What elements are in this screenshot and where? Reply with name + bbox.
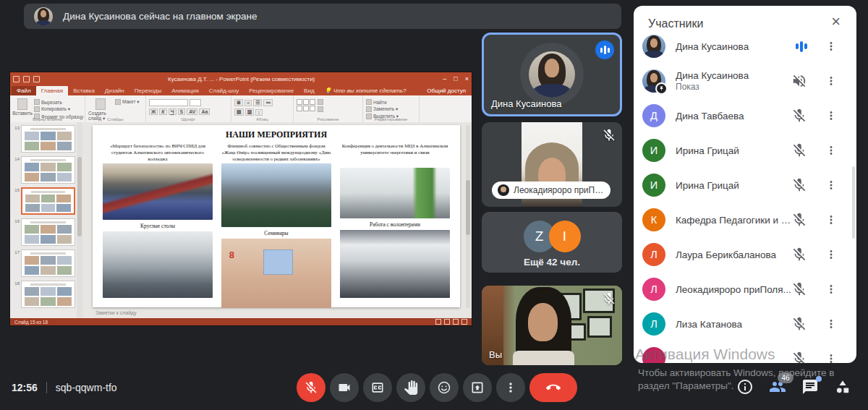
- slide-thumbnail[interactable]: 13: [13, 125, 75, 153]
- thumbnail-number: 18: [13, 281, 20, 286]
- ppt-cut-button[interactable]: Вырезать: [34, 99, 83, 105]
- ppt-layout-button[interactable]: Макет ▾: [115, 99, 139, 105]
- participants-panel: Участники × Дина КусаиноваДина Кусаинова…: [634, 6, 856, 363]
- thumbnail-card[interactable]: [21, 125, 75, 153]
- ppt-tab-Вставка[interactable]: Вставка: [68, 86, 100, 95]
- ppt-window-title: Кусаинова Д.Т. ... - PowerPoint (Режим с…: [46, 76, 437, 82]
- participant-menu-button[interactable]: [825, 179, 838, 192]
- meet-bottom-bar: 12:56 sqb-qqwm-tfo 46: [0, 365, 868, 410]
- reactions-button[interactable]: [430, 373, 459, 402]
- tile-active-speaker[interactable]: Дина Кусаинова: [482, 33, 622, 116]
- participant-row[interactable]: Дина Кусаинова: [634, 29, 856, 64]
- thumbnail-card[interactable]: [21, 187, 75, 215]
- slide-thumbnail[interactable]: 17: [13, 249, 75, 277]
- participant-row[interactable]: [634, 341, 856, 363]
- ppt-copy-button[interactable]: Копировать ▾: [34, 106, 83, 112]
- more-participants-label: Ещё 42 чел.: [482, 257, 622, 268]
- self-label: Вы: [489, 349, 502, 360]
- participants-scrollbar[interactable]: [852, 166, 855, 239]
- mic-off-icon: [791, 351, 807, 363]
- participant-avatar: И: [642, 174, 665, 197]
- participant-name-block: Кафедра Педагогики и п...: [676, 215, 791, 226]
- participant-row[interactable]: ККафедра Педагогики и п...: [634, 202, 856, 237]
- ppt-quick-access-toolbar[interactable]: [13, 76, 40, 82]
- participant-menu-button[interactable]: [825, 74, 838, 87]
- chat-button[interactable]: [800, 377, 820, 398]
- slide-thumbnail[interactable]: 14: [13, 156, 75, 184]
- participant-name: Лиза Катанова: [676, 319, 791, 330]
- ppt-tab-Главная[interactable]: Главная: [36, 86, 68, 95]
- ppt-view-buttons[interactable]: [435, 319, 467, 325]
- thumbnail-card[interactable]: [21, 156, 75, 184]
- slide-thumbnail[interactable]: 18: [13, 281, 75, 308]
- thumbnail-card[interactable]: [21, 218, 75, 246]
- participant-menu-button[interactable]: [825, 352, 838, 363]
- more-options-button[interactable]: [496, 373, 525, 402]
- participant-avatar: [642, 347, 665, 363]
- participant-mini-avatar: [498, 184, 509, 196]
- participant-row[interactable]: ДДина Тавбаева: [634, 98, 856, 133]
- ppt-slide-counter: Слайд 15 из 18: [14, 320, 48, 325]
- participant-menu-button[interactable]: [825, 248, 838, 261]
- tile-self-view[interactable]: Вы: [482, 286, 622, 365]
- ppt-tab-Переходы[interactable]: Переходы: [129, 86, 167, 95]
- slide-thumbnail[interactable]: 16: [13, 218, 75, 246]
- leave-call-button[interactable]: [529, 373, 577, 402]
- ppt-tell-me[interactable]: 💡 Что вы хотите сделать?: [320, 86, 412, 95]
- ppt-minimize-button[interactable]: –: [443, 75, 446, 82]
- people-button[interactable]: 46: [767, 377, 788, 398]
- ppt-find-button[interactable]: Найти: [366, 99, 399, 105]
- raise-hand-button[interactable]: [396, 373, 425, 402]
- mic-button[interactable]: [297, 373, 326, 402]
- captions-button[interactable]: [363, 373, 392, 402]
- ppt-share-button[interactable]: Общий доступ: [421, 86, 472, 95]
- ppt-notes-hint[interactable]: Заметки к слайду: [95, 310, 137, 315]
- participant-row[interactable]: ЛЛиза Катанова: [634, 307, 856, 341]
- speaker-avatar-ring: [520, 43, 584, 106]
- ppt-tab-Вид[interactable]: Вид: [299, 86, 319, 95]
- chat-notification-dot: [816, 376, 822, 382]
- participant-row[interactable]: ИИрина Грицай: [634, 133, 856, 168]
- ppt-paste-button[interactable]: Вставить: [13, 97, 32, 116]
- participant-row[interactable]: ЛЛаура Берикбаланова: [634, 237, 856, 272]
- participant-menu-button[interactable]: [825, 40, 838, 53]
- ppt-ribbon-group: НайтиЗаменить ▾Выделить ▾Редактирование: [363, 95, 420, 122]
- tile-more-participants[interactable]: ZI Ещё 42 чел.: [482, 212, 622, 273]
- camera-button[interactable]: [330, 373, 359, 402]
- participant-row[interactable]: Дина КусаиноваПоказ: [634, 64, 856, 98]
- participant-pill-label: Леокадияроро приПол...: [514, 185, 605, 195]
- ppt-tab-Слайд-шоу[interactable]: Слайд-шоу: [204, 86, 244, 95]
- activities-button[interactable]: [833, 377, 853, 398]
- participant-menu-button[interactable]: [825, 144, 838, 157]
- info-button[interactable]: [735, 377, 755, 398]
- participant-menu-button[interactable]: [825, 317, 838, 330]
- ppt-replace-button[interactable]: Заменить ▾: [366, 106, 399, 112]
- mic-off-icon: [304, 380, 318, 395]
- ppt-status-bar: Слайд 15 из 18: [10, 318, 472, 325]
- thumbnail-card[interactable]: [21, 281, 75, 308]
- present-button[interactable]: [463, 373, 492, 402]
- slide-thumbnail[interactable]: 15: [13, 187, 75, 215]
- ppt-tab-Файл[interactable]: Файл: [12, 86, 36, 95]
- participant-row[interactable]: ЛЛеокадияроро приПоля...: [634, 272, 856, 307]
- ppt-close-button[interactable]: ×: [465, 75, 469, 82]
- participant-menu-button[interactable]: [825, 213, 838, 226]
- ppt-restore-button[interactable]: □: [454, 75, 457, 82]
- call-controls: [297, 373, 577, 402]
- thumbnail-card[interactable]: [21, 249, 75, 277]
- ppt-thumbnail-scrollbar[interactable]: [77, 122, 82, 318]
- participant-name-block: Лиза Катанова: [676, 319, 791, 330]
- ppt-slide-scrollbar[interactable]: [466, 125, 470, 308]
- pin-icon: [655, 82, 668, 95]
- ppt-tab-Дизайн[interactable]: Дизайн: [100, 86, 129, 95]
- participant-avatar: Л: [642, 278, 665, 301]
- ppt-tab-Анимация[interactable]: Анимация: [166, 86, 204, 95]
- participant-menu-button[interactable]: [825, 283, 838, 296]
- participant-name: Дина Тавбаева: [676, 111, 791, 121]
- participant-row[interactable]: ИИрина Грицай: [634, 168, 856, 202]
- close-icon[interactable]: ×: [827, 13, 845, 30]
- ppt-tab-Рецензирование[interactable]: Рецензирование: [244, 86, 299, 95]
- participant-menu-button[interactable]: [825, 109, 838, 122]
- speaker-avatar: [529, 51, 575, 98]
- tile-participant-video[interactable]: Леокадияроро приПол...: [482, 122, 622, 207]
